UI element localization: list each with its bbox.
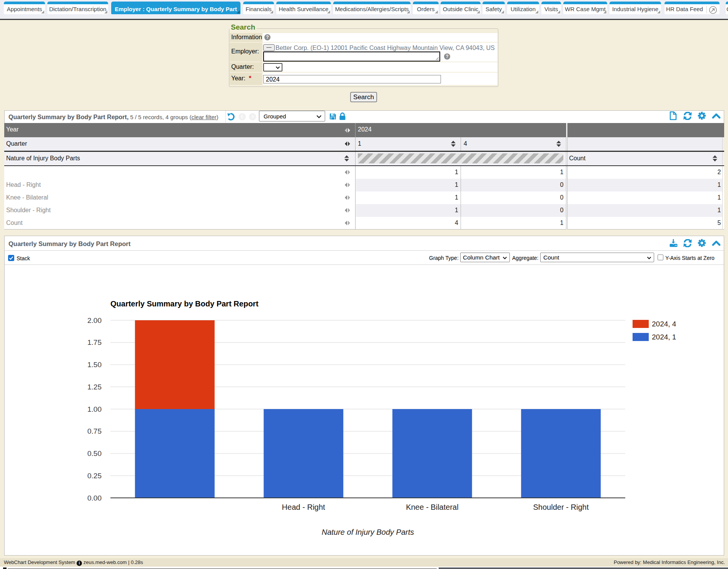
svg-text:Quarterly Summary by Body Part: Quarterly Summary by Body Part Report (110, 299, 259, 308)
svg-text:2024, 4: 2024, 4 (652, 320, 676, 328)
svg-text:2024, 1: 2024, 1 (652, 333, 676, 341)
svg-text:Nature of Injury Body Parts: Nature of Injury Body Parts (322, 528, 414, 536)
svg-text:0.75: 0.75 (87, 427, 102, 435)
svg-text:0.00: 0.00 (87, 494, 102, 502)
svg-text:0.50: 0.50 (87, 449, 102, 458)
svg-text:Shoulder - Right: Shoulder - Right (533, 503, 589, 511)
svg-text:2.00: 2.00 (87, 316, 102, 324)
svg-text:0.25: 0.25 (87, 472, 102, 480)
svg-text:1.50: 1.50 (87, 361, 102, 369)
svg-text:1.00: 1.00 (87, 405, 102, 413)
svg-text:Head - Right: Head - Right (282, 503, 326, 511)
svg-text:1.25: 1.25 (87, 383, 102, 391)
svg-text:Knee - Bilateral: Knee - Bilateral (406, 503, 459, 511)
svg-text:1.75: 1.75 (87, 338, 102, 346)
